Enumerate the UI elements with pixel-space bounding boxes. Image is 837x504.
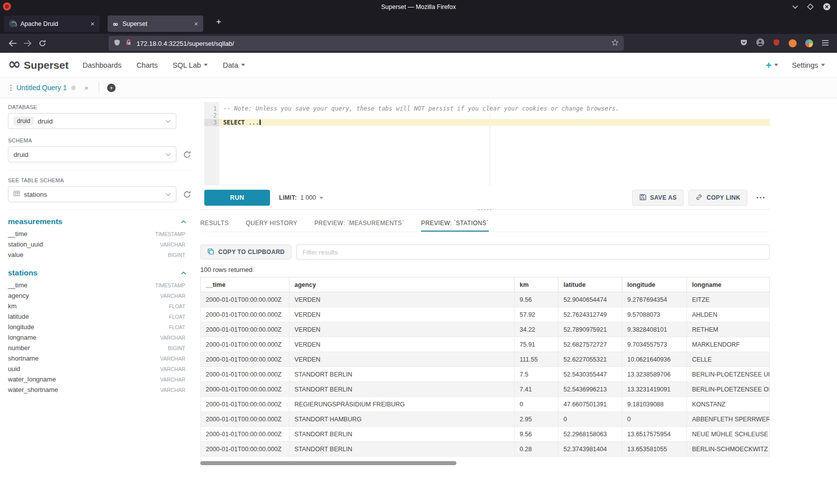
copy-link-button[interactable]: COPY LINK: [689, 190, 747, 206]
table-cell: 2000-01-01T00:00:00.000Z: [201, 307, 289, 322]
browser-tab-superset[interactable]: ∞ Superset ×: [108, 15, 203, 32]
reload-button[interactable]: [35, 36, 50, 50]
scrollbar-thumb[interactable]: [200, 461, 456, 465]
table-cell: CELLE: [687, 352, 770, 367]
url-bar[interactable]: 172.18.0.4:32251/superset/sqllab/: [109, 36, 624, 51]
limit-dropdown[interactable]: LIMIT: 1 000: [279, 194, 323, 201]
column-row: __timeTIMESTAMP: [8, 230, 191, 241]
table-cell: VERDEN: [289, 292, 515, 307]
table-section-header[interactable]: measurements: [8, 217, 191, 226]
chevron-up-icon[interactable]: [181, 271, 191, 275]
chevron-up-icon[interactable]: [181, 220, 191, 224]
account-icon[interactable]: [756, 38, 764, 48]
sql-editor[interactable]: 1 2 3 -- Note: Unless you save your quer…: [204, 102, 770, 185]
extension-icon[interactable]: [789, 39, 797, 47]
run-button[interactable]: RUN: [204, 190, 270, 206]
column-header[interactable]: longname: [687, 277, 770, 292]
table-cell: 111.55: [515, 352, 558, 367]
column-header[interactable]: longitude: [622, 277, 687, 292]
query-tab[interactable]: Untitled Query 1 ×: [8, 78, 91, 98]
ublock-icon[interactable]: [773, 39, 780, 48]
table-cell: 52.5430355447: [558, 367, 622, 382]
nav-charts[interactable]: Charts: [137, 61, 158, 69]
table-cell: KONSTANZ: [687, 397, 770, 412]
menu-icon[interactable]: [822, 39, 829, 48]
forward-button[interactable]: [20, 36, 35, 50]
shield-icon[interactable]: [114, 39, 121, 48]
new-item-menu-button[interactable]: +: [766, 60, 778, 70]
new-tab-button[interactable]: +: [211, 16, 226, 30]
refresh-tables-icon[interactable]: [178, 190, 191, 199]
results-tab-4[interactable]: PREVIEW: `STATIONS`: [421, 215, 489, 232]
table-select[interactable]: stations: [8, 186, 176, 202]
splitter-handle-icon[interactable]: [477, 209, 492, 211]
copy-icon: [207, 248, 214, 256]
pocket-icon[interactable]: [740, 38, 748, 48]
column-name: longitude: [8, 323, 34, 331]
lock-insecure-icon[interactable]: [125, 39, 132, 48]
column-row: kmFLOAT: [8, 302, 191, 313]
table-section-header[interactable]: stations: [8, 268, 191, 277]
table-cell: 52.7624312749: [558, 307, 622, 322]
drag-handle-icon[interactable]: [10, 84, 12, 92]
table-row: 2000-01-01T00:00:00.000ZSTANDORT BERLIN7…: [201, 382, 770, 397]
query-tab-title[interactable]: Untitled Query 1: [16, 84, 67, 92]
bookmark-star-icon[interactable]: [611, 39, 619, 48]
table-cell: STANDORT BERLIN: [289, 382, 515, 397]
settings-label: Settings: [792, 61, 818, 69]
copy-to-clipboard-button[interactable]: COPY TO CLIPBOARD: [200, 245, 291, 259]
table-cell: STANDORT BERLIN: [289, 427, 515, 442]
column-type: BIGINT: [168, 252, 191, 258]
table-name-link[interactable]: stations: [8, 268, 37, 277]
schema-select[interactable]: druid: [8, 146, 176, 162]
table-cell: EITZE: [687, 292, 770, 307]
tab-close-icon[interactable]: ×: [194, 20, 198, 27]
table-cell: 0.28: [515, 442, 558, 457]
database-type-tag: druid: [13, 117, 34, 126]
database-select[interactable]: druid druid: [8, 113, 176, 129]
window-minimize-icon[interactable]: [792, 5, 798, 9]
line-number: 3: [204, 119, 219, 126]
nav-dashboards[interactable]: Dashboards: [83, 61, 122, 69]
browser-toolbar: 172.18.0.4:32251/superset/sqllab/: [0, 34, 837, 53]
superset-logo[interactable]: ∞ Superset: [8, 59, 69, 72]
filter-results-input[interactable]: [296, 245, 770, 259]
table-cell: 52.3743981404: [558, 442, 622, 457]
add-query-tab-button[interactable]: +: [107, 84, 116, 92]
table-cell: VERDEN: [289, 322, 515, 337]
nav-sql-lab[interactable]: SQL Lab: [173, 61, 208, 69]
window-close-icon[interactable]: [823, 2, 831, 11]
limit-value: 1 000: [300, 194, 316, 201]
pane-splitter[interactable]: [199, 209, 770, 214]
browser-tab-title: Superset: [123, 20, 190, 27]
horizontal-scrollbar[interactable]: [200, 461, 770, 465]
column-header[interactable]: latitude: [558, 277, 622, 292]
more-options-button[interactable]: ···: [752, 193, 770, 202]
save-as-button[interactable]: SAVE AS: [632, 190, 684, 206]
results-tab-3[interactable]: PREVIEW: `MEASUREMENTS`: [314, 215, 404, 232]
tab-close-icon[interactable]: ×: [90, 20, 95, 27]
results-tab-2[interactable]: QUERY HISTORY: [246, 215, 297, 232]
back-button[interactable]: [5, 36, 20, 50]
table-row: 2000-01-01T00:00:00.000ZVERDEN57.9252.76…: [201, 307, 770, 322]
column-row: __timeTIMESTAMP: [8, 281, 191, 292]
browser-tab-druid[interactable]: Apache Druid ×: [4, 15, 100, 32]
extension-pinwheel-icon[interactable]: [805, 39, 813, 47]
refresh-schemas-icon[interactable]: [178, 150, 191, 159]
table-cell: 52.9040654474: [558, 292, 622, 307]
column-header[interactable]: agency: [289, 277, 515, 292]
column-header[interactable]: __time: [201, 277, 289, 292]
save-icon: [639, 194, 646, 202]
editor-gutter: 1 2 3: [204, 102, 219, 185]
window-maximize-icon[interactable]: [807, 3, 814, 10]
table-cell: 9.57088073: [622, 307, 687, 322]
results-tab-1[interactable]: RESULTS: [200, 215, 229, 232]
query-tab-close-icon[interactable]: ×: [84, 84, 89, 92]
table-cell: 9.181039088: [622, 397, 687, 412]
settings-menu-button[interactable]: Settings: [792, 61, 825, 69]
nav-data[interactable]: Data: [223, 61, 245, 69]
window-title: Superset — Mozilla Firefox: [0, 3, 837, 10]
column-header[interactable]: km: [515, 277, 558, 292]
caret-down-icon: [204, 64, 208, 66]
table-name-link[interactable]: measurements: [8, 217, 62, 226]
